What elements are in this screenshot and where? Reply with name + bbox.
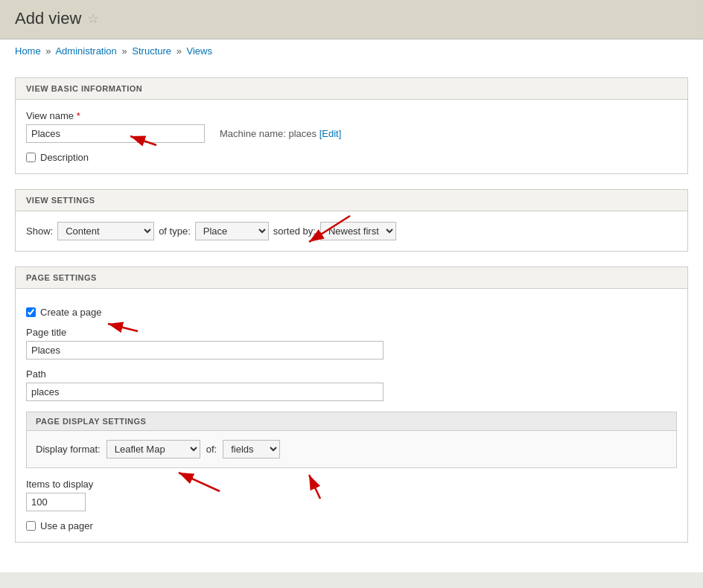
show-label: Show:	[26, 226, 53, 237]
breadcrumb-administration[interactable]: Administration	[55, 45, 116, 57]
page-display-body: Display format: Leaflet Map Table Grid H…	[27, 431, 676, 467]
view-settings-header: VIEW SETTINGS	[16, 190, 687, 211]
page-display-subsection: PAGE DISPLAY SETTINGS Display format: Le…	[26, 412, 677, 468]
description-checkbox-label[interactable]: Description	[26, 152, 677, 163]
description-checkbox[interactable]	[26, 153, 36, 162]
view-basic-info-header: VIEW BASIC INFORMATION	[16, 78, 687, 100]
breadcrumb-views[interactable]: Views	[187, 45, 212, 57]
page-settings-section: PAGE SETTINGS Create a page Page title P…	[15, 266, 688, 543]
page-title: Add view ☆	[15, 9, 688, 28]
page-wrapper: Add view ☆ Home » Administration » Struc…	[0, 0, 703, 572]
page-title-input[interactable]	[26, 341, 384, 359]
of-select[interactable]: fields content	[223, 440, 280, 458]
use-pager-label[interactable]: Use a pager	[26, 520, 677, 531]
machine-name-text: Machine name: places [Edit]	[220, 128, 341, 139]
view-name-input[interactable]	[26, 124, 205, 143]
items-display-group: Items to display	[26, 479, 677, 511]
breadcrumb-home[interactable]: Home	[15, 45, 41, 57]
type-select[interactable]: Place Article Basic page All	[195, 222, 269, 240]
of-label: of:	[206, 444, 217, 455]
page-display-header: PAGE DISPLAY SETTINGS	[27, 412, 676, 431]
breadcrumb-structure[interactable]: Structure	[132, 45, 171, 57]
create-page-checkbox[interactable]	[26, 307, 36, 317]
required-indicator: *	[77, 110, 80, 121]
content-area: VIEW BASIC INFORMATION View name * Machi…	[0, 63, 703, 572]
view-settings-row: Show: Content Users Taxonomy terms Files…	[26, 222, 677, 240]
view-settings-section: VIEW SETTINGS Show: Content Users Taxono…	[15, 189, 688, 252]
view-basic-info-body: View name * Machine name: places [Edit] …	[16, 100, 687, 173]
path-group: Path	[26, 368, 677, 401]
path-label: Path	[26, 368, 677, 380]
create-page-label[interactable]: Create a page	[26, 307, 677, 318]
items-label: Items to display	[26, 479, 677, 490]
bookmark-icon[interactable]: ☆	[87, 10, 99, 27]
page-title-group: Page title	[26, 327, 677, 359]
view-name-label: View name *	[26, 110, 677, 121]
sorted-by-label: sorted by:	[273, 226, 316, 237]
machine-name-edit-link[interactable]: [Edit]	[319, 128, 342, 139]
path-input[interactable]	[26, 383, 384, 401]
view-name-group: View name * Machine name: places [Edit]	[26, 110, 677, 143]
items-input[interactable]	[26, 493, 86, 511]
page-settings-header: PAGE SETTINGS	[16, 267, 687, 289]
show-select[interactable]: Content Users Taxonomy terms Files	[57, 222, 154, 240]
page-title-text: Add view	[15, 9, 81, 28]
display-format-label: Display format:	[36, 444, 101, 455]
page-settings-body: Create a page Page title Path PAGE DISPL…	[16, 289, 687, 542]
view-name-row: Machine name: places [Edit]	[26, 124, 677, 143]
view-settings-body: Show: Content Users Taxonomy terms Files…	[16, 211, 687, 251]
breadcrumb: Home » Administration » Structure » View…	[0, 39, 703, 63]
view-basic-info-section: VIEW BASIC INFORMATION View name * Machi…	[15, 77, 688, 174]
display-format-row: Display format: Leaflet Map Table Grid H…	[36, 440, 667, 458]
of-type-label: of type:	[159, 226, 191, 237]
sort-select[interactable]: Newest first Oldest first Title Author	[320, 222, 396, 240]
display-format-select[interactable]: Leaflet Map Table Grid HTML list Unforma…	[106, 440, 200, 458]
use-pager-checkbox[interactable]	[26, 521, 36, 531]
page-header: Add view ☆	[0, 0, 703, 39]
page-title-label: Page title	[26, 327, 677, 338]
